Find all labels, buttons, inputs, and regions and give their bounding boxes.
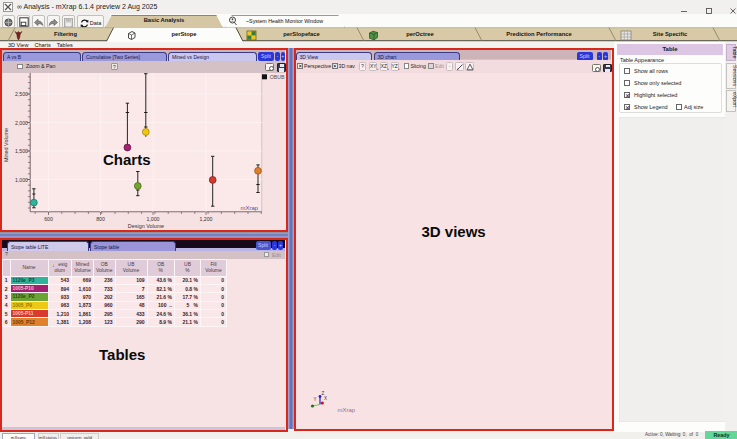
svg-text:Mined Volume: Mined Volume bbox=[3, 128, 9, 162]
svg-text:Charts: Charts bbox=[103, 151, 151, 168]
svg-text:1,500: 1,500 bbox=[15, 148, 28, 154]
svg-text:1,000: 1,000 bbox=[15, 177, 28, 183]
svg-text:2,500: 2,500 bbox=[15, 91, 28, 97]
svg-text:2,000: 2,000 bbox=[15, 120, 28, 126]
svg-text:Design Volume: Design Volume bbox=[127, 223, 163, 229]
svg-text:1,200: 1,200 bbox=[199, 216, 212, 222]
svg-text:600: 600 bbox=[44, 216, 53, 222]
svg-text:mΧrap: mΧrap bbox=[240, 205, 258, 211]
svg-text:OBUB: OBUB bbox=[269, 74, 284, 80]
svg-text:Y: Y bbox=[313, 397, 316, 402]
svg-text:800: 800 bbox=[96, 216, 105, 222]
svg-text:1,000: 1,000 bbox=[146, 216, 159, 222]
svg-text:X: X bbox=[324, 396, 327, 401]
